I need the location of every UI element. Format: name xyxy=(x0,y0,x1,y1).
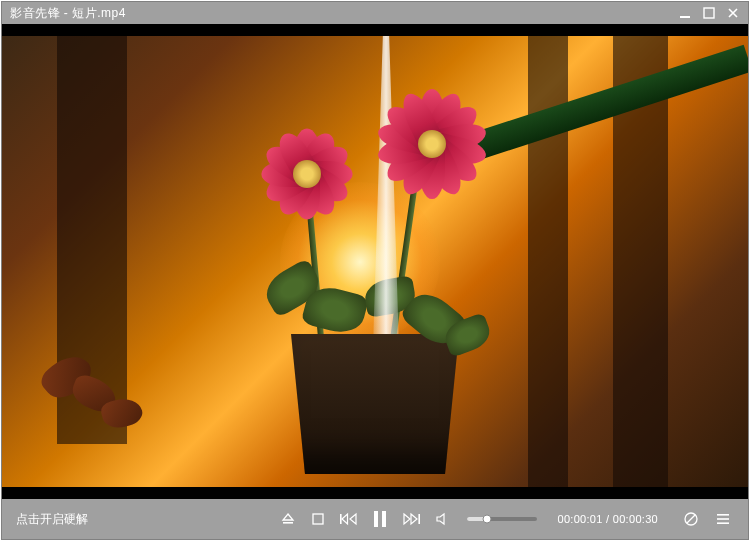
disable-icon[interactable] xyxy=(680,508,702,530)
volume-icon[interactable] xyxy=(431,508,453,530)
prev-icon[interactable] xyxy=(337,508,359,530)
minimize-icon[interactable] xyxy=(678,6,692,20)
svg-rect-0 xyxy=(680,16,690,18)
video-frame xyxy=(2,24,748,499)
menu-icon[interactable] xyxy=(712,508,734,530)
time-total: 00:00:30 xyxy=(613,513,658,525)
next-icon[interactable] xyxy=(401,508,423,530)
close-icon[interactable] xyxy=(726,6,740,20)
svg-rect-5 xyxy=(374,511,378,527)
volume-slider[interactable] xyxy=(467,517,537,521)
time-separator: / xyxy=(603,513,613,525)
svg-rect-3 xyxy=(313,514,323,524)
hardware-decode-toggle[interactable]: 点击开启硬解 xyxy=(16,511,88,528)
controls-bar: 点击开启硬解 00:00:01 / 00:00:30 xyxy=(2,499,748,539)
time-current: 00:00:01 xyxy=(557,513,602,525)
time-display: 00:00:01 / 00:00:30 xyxy=(557,513,658,525)
svg-rect-7 xyxy=(419,514,421,524)
svg-rect-1 xyxy=(704,8,714,18)
controls-right xyxy=(680,508,734,530)
window-title: 影音先锋 - 短片.mp4 xyxy=(10,5,126,22)
svg-rect-10 xyxy=(717,518,729,520)
window-controls xyxy=(678,6,740,20)
svg-rect-2 xyxy=(283,522,293,524)
svg-rect-6 xyxy=(382,511,386,527)
svg-rect-9 xyxy=(717,514,729,516)
maximize-icon[interactable] xyxy=(702,6,716,20)
stop-icon[interactable] xyxy=(307,508,329,530)
pause-icon[interactable] xyxy=(367,508,393,530)
app-window: 影音先锋 - 短片.mp4 xyxy=(1,1,749,540)
video-viewport[interactable] xyxy=(2,24,748,499)
volume-thumb[interactable] xyxy=(483,515,492,524)
titlebar[interactable]: 影音先锋 - 短片.mp4 xyxy=(2,2,748,24)
eject-icon[interactable] xyxy=(277,508,299,530)
svg-rect-11 xyxy=(717,522,729,524)
